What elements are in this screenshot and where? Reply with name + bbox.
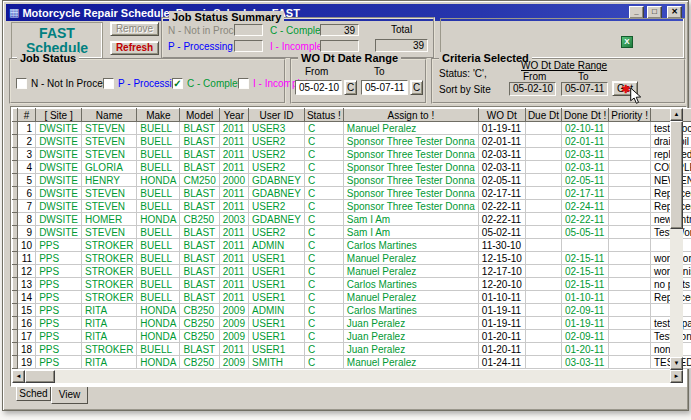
scroll-down-icon[interactable]: ▼ bbox=[670, 357, 683, 370]
cell: C bbox=[304, 317, 343, 330]
table-row[interactable]: 14PPSSTROKERBUELLBLAST2011USER1CManuel P… bbox=[13, 291, 691, 304]
cell: 2011 bbox=[219, 122, 248, 135]
checkbox-box[interactable] bbox=[103, 78, 114, 89]
cell: CM250 bbox=[180, 174, 219, 187]
table-row[interactable]: 6DWSITESTEVENBUELLBLAST2011GDABNEYCSpons… bbox=[13, 187, 691, 200]
cell bbox=[525, 278, 561, 291]
cell bbox=[525, 187, 561, 200]
table-row[interactable]: 9DWSITESTEVENBUELLBLAST2011USER2CSam I A… bbox=[13, 226, 691, 239]
cell: BUELL bbox=[137, 252, 180, 265]
table-row[interactable]: 10PPSSTROKERBUELLBLAST2011ADMINCCarlos M… bbox=[13, 239, 691, 252]
checkbox-complete[interactable]: ✓C - Complete bbox=[172, 78, 246, 89]
column-header[interactable]: Assign to ! bbox=[343, 109, 478, 122]
table-row[interactable]: 19PPSRITAHONDACB2502009SMITHCManuel Pera… bbox=[13, 356, 691, 369]
column-header[interactable]: Make bbox=[137, 109, 180, 122]
cell: C bbox=[304, 161, 343, 174]
checkbox-processing[interactable]: P - Processing bbox=[103, 78, 183, 89]
column-header[interactable]: Due Dt bbox=[525, 109, 561, 122]
checkbox-box[interactable]: ✓ bbox=[172, 78, 183, 89]
column-header[interactable]: Status ! bbox=[304, 109, 343, 122]
scroll-right-icon[interactable]: ► bbox=[670, 370, 683, 383]
table-row[interactable]: 13PPSSTROKERBUELLBLAST2011USER1CCarlos M… bbox=[13, 278, 691, 291]
column-header[interactable]: [ Site ] bbox=[36, 109, 82, 122]
table-row[interactable]: 12PPSSTROKERBUELLBLAST2011USER1CManuel P… bbox=[13, 265, 691, 278]
horizontal-scrollbar[interactable]: ◄ ► bbox=[12, 370, 683, 383]
cell: 01-20-11 bbox=[478, 343, 525, 356]
checkbox-box[interactable] bbox=[238, 78, 249, 89]
table-row[interactable]: 2DWSITESTEVENBUELLBLAST2011USER2CSponsor… bbox=[13, 135, 691, 148]
cell bbox=[609, 213, 651, 226]
cell: 01-19-11 bbox=[478, 122, 525, 135]
scroll-up-icon[interactable]: ▲ bbox=[670, 108, 683, 121]
table-row[interactable]: 4DWSITEGLORIABUELLBLAST2011USER2CSponsor… bbox=[13, 161, 691, 174]
to-date-input[interactable]: 05-07-11 bbox=[361, 80, 408, 95]
cell bbox=[609, 122, 651, 135]
cell: 15 bbox=[18, 304, 36, 317]
checkbox-box[interactable] bbox=[16, 78, 27, 89]
cell: 01-20-11 bbox=[478, 330, 525, 343]
column-header[interactable]: Priority ! bbox=[609, 109, 651, 122]
from-date-input[interactable]: 05-02-10 bbox=[295, 80, 342, 95]
from-calendar-button[interactable]: C bbox=[344, 80, 357, 95]
cell: 2009 bbox=[219, 356, 248, 369]
summary-n-value bbox=[234, 24, 263, 36]
table-row[interactable]: 15PPSRITAHONDACB2502009ADMINCCarlos Mart… bbox=[13, 304, 691, 317]
table-row[interactable]: 16PPSRITAHONDACB2502009USER1CJuan Perale… bbox=[13, 317, 691, 330]
column-header[interactable]: Model bbox=[180, 109, 219, 122]
cell: BUELL bbox=[137, 200, 180, 213]
cell: DWSITE bbox=[36, 174, 82, 187]
table-row[interactable]: 7DWSITESTEVENBUELLBLAST2011USER2CSponsor… bbox=[13, 200, 691, 213]
tab-sched[interactable]: Sched bbox=[16, 387, 51, 401]
table-row[interactable]: 3DWSITESTEVENBUELLBLAST2011USER2CSponsor… bbox=[13, 148, 691, 161]
cell: 2011 bbox=[219, 135, 248, 148]
cell bbox=[525, 135, 561, 148]
cell bbox=[525, 356, 561, 369]
table-row[interactable]: 11PPSSTROKERBUELLBLAST2011USER1CManuel P… bbox=[13, 252, 691, 265]
get-button[interactable]: Get bbox=[612, 81, 638, 96]
cell: 05-02-11 bbox=[478, 226, 525, 239]
column-header[interactable]: Done Dt ! bbox=[562, 109, 609, 122]
cell: Sponsor Three Tester Donna bbox=[343, 200, 478, 213]
cell: 10 bbox=[18, 239, 36, 252]
summary-total-value: 39 bbox=[375, 39, 428, 52]
column-header[interactable]: WO Dt bbox=[478, 109, 525, 122]
cell: 12 bbox=[18, 265, 36, 278]
column-header[interactable]: Name bbox=[82, 109, 137, 122]
tab-view[interactable]: View bbox=[51, 387, 88, 404]
column-header[interactable]: User ID bbox=[248, 109, 304, 122]
cell: CB250 bbox=[180, 356, 219, 369]
criteria-range-title: WO Dt Date Range bbox=[521, 60, 607, 71]
refresh-button[interactable]: Refresh bbox=[110, 41, 159, 55]
cell: BLAST bbox=[180, 291, 219, 304]
cell: Sponsor Three Tester Donna bbox=[343, 187, 478, 200]
cell: 2003 bbox=[219, 213, 248, 226]
column-header[interactable]: Year bbox=[219, 109, 248, 122]
scroll-left-icon[interactable]: ◄ bbox=[12, 370, 25, 383]
cell: C bbox=[304, 330, 343, 343]
cell: USER1 bbox=[248, 265, 304, 278]
to-calendar-button[interactable]: C bbox=[410, 80, 423, 95]
cell: USER3 bbox=[248, 122, 304, 135]
table-row[interactable]: 1DWSITESTEVENBUELLBLAST2011USER3CManuel … bbox=[13, 122, 691, 135]
checkbox-not-in-process[interactable]: N - Not In Process bbox=[16, 78, 113, 89]
remove-button[interactable]: Remove bbox=[110, 22, 159, 36]
table-row[interactable]: 8DWSITEHOMERHONDACB2502003GDABNEYCSam I … bbox=[13, 213, 691, 226]
cell: 2011 bbox=[219, 278, 248, 291]
vertical-scrollbar[interactable]: ▲ ▼ bbox=[670, 108, 683, 370]
table-row[interactable]: 18PPSSTROKERBUELLBLAST2011USER1CJuan Per… bbox=[13, 343, 691, 356]
table-row[interactable]: 17PPSRITAHONDACB2502009USER1CJuan Perale… bbox=[13, 330, 691, 343]
cell: 7 bbox=[18, 200, 36, 213]
cell bbox=[525, 122, 561, 135]
excel-export-icon[interactable]: X bbox=[621, 36, 633, 48]
cell: Manuel Peralez bbox=[343, 122, 478, 135]
cell: HONDA bbox=[137, 356, 180, 369]
horizontal-scroll-thumb[interactable] bbox=[25, 370, 55, 383]
cell: DWSITE bbox=[36, 187, 82, 200]
job-status-title: Job Status bbox=[17, 52, 79, 64]
column-header[interactable]: # bbox=[18, 109, 36, 122]
cell: BLAST bbox=[180, 187, 219, 200]
table-row[interactable]: 5DWSITEHENRYHONDACM2502000GDABNEYCSponso… bbox=[13, 174, 691, 187]
cell: USER1 bbox=[248, 291, 304, 304]
vertical-scroll-thumb[interactable] bbox=[670, 121, 683, 229]
cell: BUELL bbox=[137, 148, 180, 161]
